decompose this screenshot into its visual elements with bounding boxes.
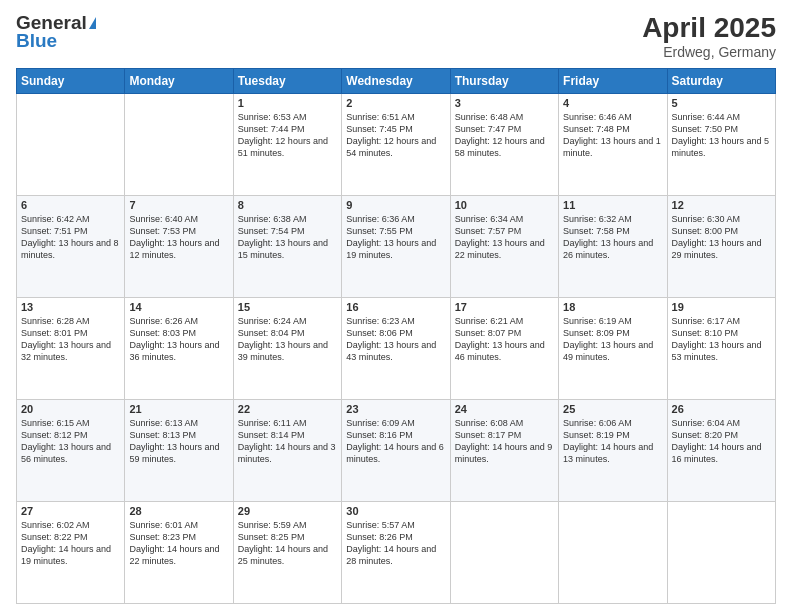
day-number: 5 bbox=[672, 97, 771, 109]
day-number: 20 bbox=[21, 403, 120, 415]
day-info: Sunrise: 6:53 AM Sunset: 7:44 PM Dayligh… bbox=[238, 111, 337, 160]
calendar-cell: 27Sunrise: 6:02 AM Sunset: 8:22 PM Dayli… bbox=[17, 502, 125, 604]
calendar-cell: 3Sunrise: 6:48 AM Sunset: 7:47 PM Daylig… bbox=[450, 94, 558, 196]
calendar-cell: 10Sunrise: 6:34 AM Sunset: 7:57 PM Dayli… bbox=[450, 196, 558, 298]
day-info: Sunrise: 5:59 AM Sunset: 8:25 PM Dayligh… bbox=[238, 519, 337, 568]
day-info: Sunrise: 6:24 AM Sunset: 8:04 PM Dayligh… bbox=[238, 315, 337, 364]
logo-blue: Blue bbox=[16, 30, 57, 52]
day-number: 9 bbox=[346, 199, 445, 211]
day-number: 30 bbox=[346, 505, 445, 517]
calendar-cell: 9Sunrise: 6:36 AM Sunset: 7:55 PM Daylig… bbox=[342, 196, 450, 298]
day-number: 16 bbox=[346, 301, 445, 313]
day-info: Sunrise: 6:40 AM Sunset: 7:53 PM Dayligh… bbox=[129, 213, 228, 262]
day-info: Sunrise: 6:17 AM Sunset: 8:10 PM Dayligh… bbox=[672, 315, 771, 364]
calendar-cell: 22Sunrise: 6:11 AM Sunset: 8:14 PM Dayli… bbox=[233, 400, 341, 502]
calendar-cell: 29Sunrise: 5:59 AM Sunset: 8:25 PM Dayli… bbox=[233, 502, 341, 604]
day-info: Sunrise: 6:42 AM Sunset: 7:51 PM Dayligh… bbox=[21, 213, 120, 262]
logo: General Blue bbox=[16, 12, 97, 52]
calendar-cell: 17Sunrise: 6:21 AM Sunset: 8:07 PM Dayli… bbox=[450, 298, 558, 400]
weekday-header-wednesday: Wednesday bbox=[342, 69, 450, 94]
day-info: Sunrise: 6:09 AM Sunset: 8:16 PM Dayligh… bbox=[346, 417, 445, 466]
day-number: 14 bbox=[129, 301, 228, 313]
header: General Blue April 2025 Erdweg, Germany bbox=[16, 12, 776, 60]
calendar-cell: 11Sunrise: 6:32 AM Sunset: 7:58 PM Dayli… bbox=[559, 196, 667, 298]
weekday-header-row: SundayMondayTuesdayWednesdayThursdayFrid… bbox=[17, 69, 776, 94]
week-row-2: 6Sunrise: 6:42 AM Sunset: 7:51 PM Daylig… bbox=[17, 196, 776, 298]
day-number: 26 bbox=[672, 403, 771, 415]
weekday-header-thursday: Thursday bbox=[450, 69, 558, 94]
day-info: Sunrise: 6:15 AM Sunset: 8:12 PM Dayligh… bbox=[21, 417, 120, 466]
day-info: Sunrise: 6:21 AM Sunset: 8:07 PM Dayligh… bbox=[455, 315, 554, 364]
day-info: Sunrise: 5:57 AM Sunset: 8:26 PM Dayligh… bbox=[346, 519, 445, 568]
week-row-4: 20Sunrise: 6:15 AM Sunset: 8:12 PM Dayli… bbox=[17, 400, 776, 502]
day-info: Sunrise: 6:26 AM Sunset: 8:03 PM Dayligh… bbox=[129, 315, 228, 364]
day-info: Sunrise: 6:13 AM Sunset: 8:13 PM Dayligh… bbox=[129, 417, 228, 466]
day-number: 13 bbox=[21, 301, 120, 313]
day-info: Sunrise: 6:28 AM Sunset: 8:01 PM Dayligh… bbox=[21, 315, 120, 364]
calendar-cell: 1Sunrise: 6:53 AM Sunset: 7:44 PM Daylig… bbox=[233, 94, 341, 196]
calendar-cell: 28Sunrise: 6:01 AM Sunset: 8:23 PM Dayli… bbox=[125, 502, 233, 604]
calendar-cell: 16Sunrise: 6:23 AM Sunset: 8:06 PM Dayli… bbox=[342, 298, 450, 400]
day-info: Sunrise: 6:06 AM Sunset: 8:19 PM Dayligh… bbox=[563, 417, 662, 466]
weekday-header-friday: Friday bbox=[559, 69, 667, 94]
calendar-cell: 8Sunrise: 6:38 AM Sunset: 7:54 PM Daylig… bbox=[233, 196, 341, 298]
day-number: 18 bbox=[563, 301, 662, 313]
day-number: 7 bbox=[129, 199, 228, 211]
weekday-header-sunday: Sunday bbox=[17, 69, 125, 94]
calendar-table: SundayMondayTuesdayWednesdayThursdayFrid… bbox=[16, 68, 776, 604]
calendar-cell: 2Sunrise: 6:51 AM Sunset: 7:45 PM Daylig… bbox=[342, 94, 450, 196]
day-info: Sunrise: 6:38 AM Sunset: 7:54 PM Dayligh… bbox=[238, 213, 337, 262]
calendar-cell: 14Sunrise: 6:26 AM Sunset: 8:03 PM Dayli… bbox=[125, 298, 233, 400]
week-row-3: 13Sunrise: 6:28 AM Sunset: 8:01 PM Dayli… bbox=[17, 298, 776, 400]
calendar-cell: 19Sunrise: 6:17 AM Sunset: 8:10 PM Dayli… bbox=[667, 298, 775, 400]
day-number: 2 bbox=[346, 97, 445, 109]
calendar-cell: 20Sunrise: 6:15 AM Sunset: 8:12 PM Dayli… bbox=[17, 400, 125, 502]
title-block: April 2025 Erdweg, Germany bbox=[642, 12, 776, 60]
day-info: Sunrise: 6:08 AM Sunset: 8:17 PM Dayligh… bbox=[455, 417, 554, 466]
calendar-cell: 24Sunrise: 6:08 AM Sunset: 8:17 PM Dayli… bbox=[450, 400, 558, 502]
day-info: Sunrise: 6:01 AM Sunset: 8:23 PM Dayligh… bbox=[129, 519, 228, 568]
day-number: 11 bbox=[563, 199, 662, 211]
calendar-cell bbox=[17, 94, 125, 196]
calendar-cell bbox=[667, 502, 775, 604]
logo-triangle-icon bbox=[89, 17, 96, 29]
calendar-cell: 4Sunrise: 6:46 AM Sunset: 7:48 PM Daylig… bbox=[559, 94, 667, 196]
weekday-header-tuesday: Tuesday bbox=[233, 69, 341, 94]
location: Erdweg, Germany bbox=[642, 44, 776, 60]
day-info: Sunrise: 6:19 AM Sunset: 8:09 PM Dayligh… bbox=[563, 315, 662, 364]
month-title: April 2025 bbox=[642, 12, 776, 44]
day-info: Sunrise: 6:04 AM Sunset: 8:20 PM Dayligh… bbox=[672, 417, 771, 466]
calendar-cell: 21Sunrise: 6:13 AM Sunset: 8:13 PM Dayli… bbox=[125, 400, 233, 502]
day-info: Sunrise: 6:36 AM Sunset: 7:55 PM Dayligh… bbox=[346, 213, 445, 262]
day-info: Sunrise: 6:46 AM Sunset: 7:48 PM Dayligh… bbox=[563, 111, 662, 160]
calendar-cell bbox=[559, 502, 667, 604]
weekday-header-saturday: Saturday bbox=[667, 69, 775, 94]
page: General Blue April 2025 Erdweg, Germany … bbox=[0, 0, 792, 612]
day-info: Sunrise: 6:11 AM Sunset: 8:14 PM Dayligh… bbox=[238, 417, 337, 466]
day-info: Sunrise: 6:30 AM Sunset: 8:00 PM Dayligh… bbox=[672, 213, 771, 262]
day-number: 6 bbox=[21, 199, 120, 211]
day-number: 21 bbox=[129, 403, 228, 415]
day-number: 17 bbox=[455, 301, 554, 313]
day-info: Sunrise: 6:44 AM Sunset: 7:50 PM Dayligh… bbox=[672, 111, 771, 160]
day-number: 4 bbox=[563, 97, 662, 109]
day-info: Sunrise: 6:34 AM Sunset: 7:57 PM Dayligh… bbox=[455, 213, 554, 262]
calendar-cell: 26Sunrise: 6:04 AM Sunset: 8:20 PM Dayli… bbox=[667, 400, 775, 502]
day-info: Sunrise: 6:23 AM Sunset: 8:06 PM Dayligh… bbox=[346, 315, 445, 364]
day-info: Sunrise: 6:51 AM Sunset: 7:45 PM Dayligh… bbox=[346, 111, 445, 160]
day-info: Sunrise: 6:32 AM Sunset: 7:58 PM Dayligh… bbox=[563, 213, 662, 262]
calendar-cell: 25Sunrise: 6:06 AM Sunset: 8:19 PM Dayli… bbox=[559, 400, 667, 502]
day-number: 15 bbox=[238, 301, 337, 313]
calendar-cell: 30Sunrise: 5:57 AM Sunset: 8:26 PM Dayli… bbox=[342, 502, 450, 604]
calendar-cell: 6Sunrise: 6:42 AM Sunset: 7:51 PM Daylig… bbox=[17, 196, 125, 298]
calendar-cell bbox=[450, 502, 558, 604]
calendar-cell: 13Sunrise: 6:28 AM Sunset: 8:01 PM Dayli… bbox=[17, 298, 125, 400]
day-number: 25 bbox=[563, 403, 662, 415]
day-info: Sunrise: 6:48 AM Sunset: 7:47 PM Dayligh… bbox=[455, 111, 554, 160]
weekday-header-monday: Monday bbox=[125, 69, 233, 94]
calendar-cell: 23Sunrise: 6:09 AM Sunset: 8:16 PM Dayli… bbox=[342, 400, 450, 502]
calendar-cell: 18Sunrise: 6:19 AM Sunset: 8:09 PM Dayli… bbox=[559, 298, 667, 400]
calendar-cell: 7Sunrise: 6:40 AM Sunset: 7:53 PM Daylig… bbox=[125, 196, 233, 298]
calendar-cell: 12Sunrise: 6:30 AM Sunset: 8:00 PM Dayli… bbox=[667, 196, 775, 298]
day-number: 27 bbox=[21, 505, 120, 517]
